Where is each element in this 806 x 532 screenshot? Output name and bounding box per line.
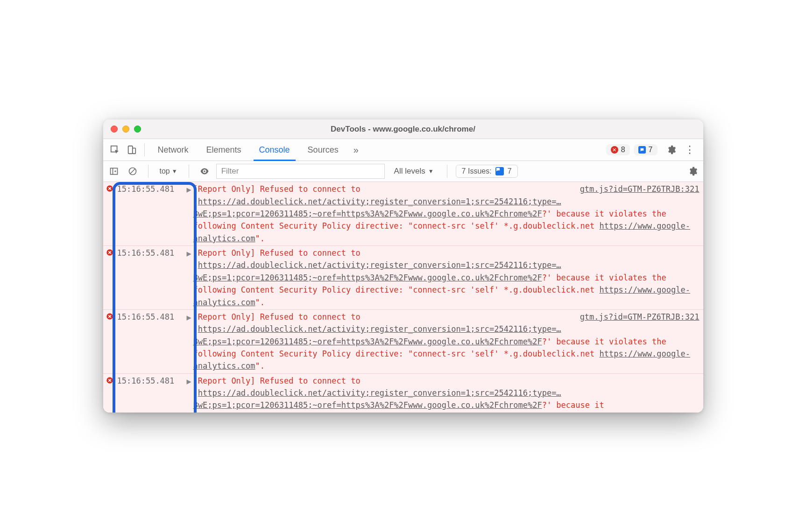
settings-icon[interactable] xyxy=(663,142,679,158)
console-toolbar: top ▼ All levels ▼ 7 Issues: 7 xyxy=(103,161,703,182)
timestamp: 15:16:55.481 xyxy=(114,183,187,245)
message-count: 7 xyxy=(649,146,653,154)
url-link[interactable]: https://ad.doubleclick.net/activity;regi… xyxy=(193,388,561,410)
issues-button[interactable]: 7 Issues: 7 xyxy=(456,165,518,178)
main-tabbar: Network Elements Console Sources » ✕ 8 7… xyxy=(103,139,703,161)
console-message: gtm.js?id=GTM-PZ6TRJB:321[Report Only] R… xyxy=(193,311,700,372)
divider xyxy=(144,143,145,156)
source-link[interactable]: gtm.js?id=GTM-PZ6TRJB:321 xyxy=(580,183,700,195)
tab-elements[interactable]: Elements xyxy=(198,139,250,161)
sidebar-toggle-icon[interactable] xyxy=(107,164,121,178)
url-link[interactable]: https://ad.doubleclick.net/activity;regi… xyxy=(193,197,561,218)
window-title: DevTools - www.google.co.uk/chrome/ xyxy=(103,125,703,134)
inspect-icon[interactable] xyxy=(107,142,123,158)
expand-icon[interactable]: ▶ xyxy=(187,375,193,412)
svg-line-6 xyxy=(130,169,135,174)
console-entry: 15:16:55.481▶gtm.js?id=GTM-PZ6TRJB:321[R… xyxy=(103,182,703,245)
error-icon xyxy=(106,249,114,257)
tab-label: Console xyxy=(259,145,290,155)
message-icon xyxy=(638,146,646,154)
svg-point-7 xyxy=(204,171,205,173)
levels-label: All levels xyxy=(394,167,425,176)
chevron-down-icon: ▼ xyxy=(172,168,177,175)
tab-label: Network xyxy=(158,145,189,155)
error-icon xyxy=(106,377,114,385)
tab-sources[interactable]: Sources xyxy=(299,139,347,161)
url-link[interactable]: https://ad.doubleclick.net/activity;regi… xyxy=(193,260,561,282)
log-levels-selector[interactable]: All levels ▼ xyxy=(389,167,438,176)
timestamp: 15:16:55.481 xyxy=(114,247,187,308)
message-count-badge[interactable]: 7 xyxy=(634,144,658,155)
context-label: top xyxy=(160,167,170,175)
error-icon xyxy=(106,185,114,193)
console-entry: 15:16:55.481▶[Report Only] Refused to co… xyxy=(103,245,703,309)
timestamp: 15:16:55.481 xyxy=(114,375,187,412)
console-entry: 15:16:55.481▶[Report Only] Refused to co… xyxy=(103,373,703,413)
titlebar: DevTools - www.google.co.uk/chrome/ xyxy=(103,119,703,139)
source-link[interactable]: gtm.js?id=GTM-PZ6TRJB:321 xyxy=(580,311,700,323)
expand-icon[interactable]: ▶ xyxy=(187,183,193,245)
url-link[interactable]: https://ad.doubleclick.net/activity;regi… xyxy=(193,324,561,346)
svg-rect-1 xyxy=(128,146,132,154)
divider xyxy=(148,165,148,178)
device-toggle-icon[interactable] xyxy=(124,142,140,158)
expand-icon[interactable]: ▶ xyxy=(187,247,193,308)
error-count: 8 xyxy=(621,146,625,154)
svg-rect-2 xyxy=(132,148,135,154)
tab-network[interactable]: Network xyxy=(149,139,197,161)
live-expression-icon[interactable] xyxy=(198,164,212,178)
divider xyxy=(189,165,189,178)
tab-label: Elements xyxy=(206,145,241,155)
console-settings-icon[interactable] xyxy=(686,164,700,178)
divider xyxy=(447,165,447,178)
error-icon xyxy=(106,313,114,321)
error-count-badge[interactable]: ✕ 8 xyxy=(606,144,630,155)
devtools-window: DevTools - www.google.co.uk/chrome/ Netw… xyxy=(103,119,703,412)
more-menu-icon[interactable]: ⋮ xyxy=(680,144,700,156)
console-message: [Report Only] Refused to connect to 'htt… xyxy=(193,247,700,308)
console-entry: 15:16:55.481▶gtm.js?id=GTM-PZ6TRJB:321[R… xyxy=(103,309,703,373)
timestamp: 15:16:55.481 xyxy=(114,311,187,372)
tab-label: Sources xyxy=(308,145,339,155)
more-tabs-icon[interactable]: » xyxy=(348,145,364,155)
issues-count: 7 xyxy=(508,167,512,175)
message-icon xyxy=(495,167,504,175)
tab-console[interactable]: Console xyxy=(251,139,298,161)
svg-rect-3 xyxy=(110,168,117,175)
context-selector[interactable]: top ▼ xyxy=(157,166,180,176)
console-message: [Report Only] Refused to connect to 'htt… xyxy=(193,375,700,412)
chevron-down-icon: ▼ xyxy=(428,168,434,175)
issues-label: 7 Issues: xyxy=(462,167,492,175)
expand-icon[interactable]: ▶ xyxy=(187,311,193,372)
clear-console-icon[interactable] xyxy=(126,164,140,178)
filter-input[interactable] xyxy=(216,164,385,179)
console-output: 15:16:55.481▶gtm.js?id=GTM-PZ6TRJB:321[R… xyxy=(103,182,703,412)
console-message: gtm.js?id=GTM-PZ6TRJB:321[Report Only] R… xyxy=(193,183,700,245)
error-icon: ✕ xyxy=(611,146,618,154)
